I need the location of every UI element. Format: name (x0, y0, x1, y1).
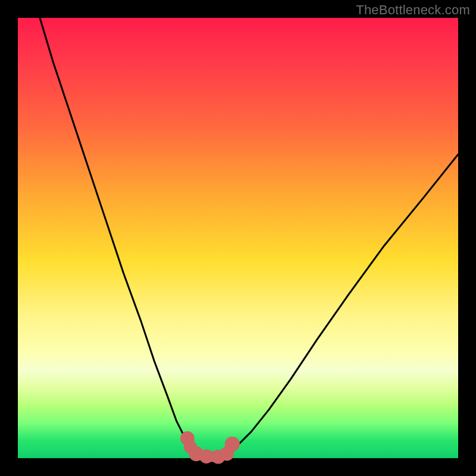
plot-area (18, 18, 458, 458)
chart-frame: TheBottleneck.com (0, 0, 476, 476)
valley-markers (18, 18, 458, 458)
valley-dot (225, 437, 240, 452)
valley-dot-group (180, 431, 240, 464)
watermark-text: TheBottleneck.com (356, 2, 470, 18)
